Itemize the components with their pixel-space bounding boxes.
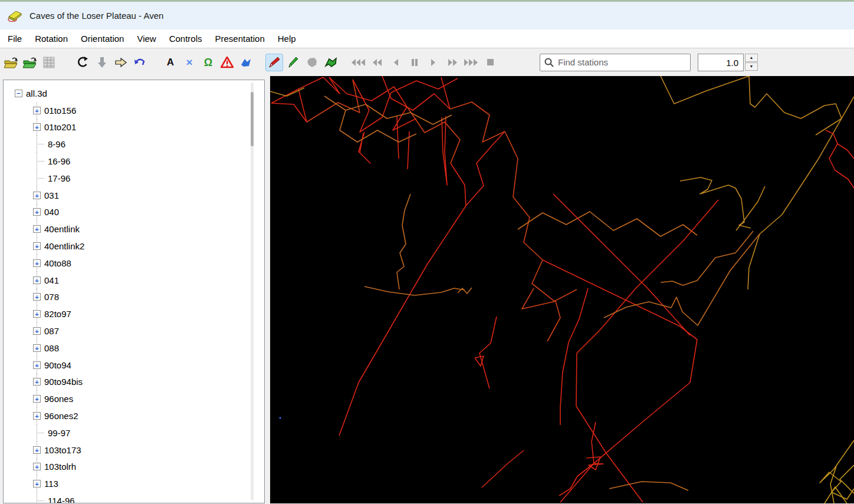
log-grid-icon: [43, 57, 55, 68]
tree-item-label: 078: [44, 292, 59, 302]
rewind-icon: [372, 58, 382, 67]
elevation-view-button[interactable]: [112, 54, 130, 71]
menu-view[interactable]: View: [130, 31, 162, 47]
survey-canvas[interactable]: [270, 76, 854, 503]
fast-rewind-button[interactable]: [349, 54, 367, 71]
tree-expand-toggle[interactable]: +: [33, 276, 41, 284]
tree-item-16-96[interactable]: 16-96: [4, 153, 264, 170]
tree-item-96ones[interactable]: +96ones: [4, 390, 264, 407]
toggle-rotation-button[interactable]: [74, 54, 92, 71]
open-terrain-folder-icon: [23, 56, 37, 69]
fast-forward-button[interactable]: [444, 54, 461, 71]
tree-item-114-96[interactable]: 114-96: [4, 492, 264, 503]
fastest-forward-button[interactable]: [462, 54, 480, 71]
depth-scale-spinner: 1.0 ▲ ▼: [698, 54, 758, 71]
tree-expand-toggle[interactable]: +: [33, 123, 41, 131]
step-back-button[interactable]: [387, 54, 405, 71]
find-stations-input[interactable]: [558, 57, 687, 67]
tree-item-103tolrh[interactable]: +103tolrh: [4, 459, 264, 476]
tree-item-01to156[interactable]: +01to156: [4, 102, 264, 119]
station-names-button[interactable]: A: [162, 54, 179, 71]
tree-item-078[interactable]: +078: [4, 289, 264, 306]
tree-item-031[interactable]: +031: [4, 187, 264, 204]
surface-legs-button[interactable]: [284, 54, 302, 71]
tree-item-17-96[interactable]: 17-96: [4, 170, 264, 187]
menu-file[interactable]: File: [1, 31, 28, 47]
play-button[interactable]: [425, 54, 442, 71]
tree-item-label: 82to97: [44, 309, 71, 319]
menu-rotation[interactable]: Rotation: [28, 31, 74, 47]
tree-expand-toggle[interactable]: +: [33, 225, 41, 233]
undo-arrow-icon: [134, 57, 146, 68]
tree-scrollbar-thumb[interactable]: [251, 92, 254, 146]
tree-item-040[interactable]: +040: [4, 204, 264, 221]
plan-view-button[interactable]: [93, 54, 111, 71]
panel-splitter[interactable]: [265, 76, 270, 503]
tree-item-041[interactable]: +041: [4, 272, 264, 289]
stop-button[interactable]: [481, 54, 499, 71]
exported-points-button[interactable]: [237, 54, 255, 71]
tree-expand-toggle[interactable]: +: [33, 107, 41, 114]
tree-item-96ones2[interactable]: +96ones2: [4, 407, 264, 424]
tree-collapse-toggle[interactable]: −: [15, 90, 22, 97]
menu-orientation[interactable]: Orientation: [74, 31, 130, 47]
menu-help[interactable]: Help: [271, 31, 303, 47]
tree-expand-toggle[interactable]: +: [33, 361, 41, 369]
tree-item-103to173[interactable]: +103to173: [4, 442, 264, 459]
tree-expand-toggle[interactable]: +: [33, 395, 41, 403]
underground-legs-button[interactable]: [265, 54, 283, 71]
pause-button[interactable]: [406, 54, 423, 71]
entrances-button[interactable]: Ω: [199, 54, 217, 71]
tree-item-99-97[interactable]: 99-97: [4, 424, 264, 442]
tree-expand-toggle[interactable]: +: [33, 446, 41, 454]
tubes-button[interactable]: [303, 54, 321, 71]
tree-expand-toggle[interactable]: +: [33, 293, 41, 301]
tree-item-82to97[interactable]: +82to97: [4, 305, 264, 322]
tree-item-90to94[interactable]: +90to94: [4, 357, 264, 374]
tree-expand-toggle[interactable]: +: [33, 192, 41, 199]
log-window-button[interactable]: [40, 54, 58, 71]
menu-presentation[interactable]: Presentation: [209, 31, 271, 47]
tree-item-label: 114-96: [48, 496, 75, 503]
open-folder-icon: [4, 56, 18, 69]
tree-expand-toggle[interactable]: +: [33, 310, 41, 318]
crosses-button[interactable]: ×: [180, 54, 198, 71]
tree-item-label: 01to201: [44, 122, 76, 132]
tree-expand-toggle[interactable]: +: [33, 463, 41, 470]
tree-expand-toggle[interactable]: +: [33, 344, 41, 352]
tree-connector: [37, 178, 44, 179]
tree-item-90to94bis[interactable]: +90to94bis: [4, 374, 264, 391]
restore-default-view-button[interactable]: [131, 54, 149, 71]
menu-controls[interactable]: Controls: [163, 31, 209, 47]
open-terrain-button[interactable]: [21, 54, 39, 71]
fixed-points-button[interactable]: [218, 54, 236, 71]
rewind-button[interactable]: [368, 54, 386, 71]
tree-item-40entlink[interactable]: +40entlink: [4, 220, 264, 238]
tree-item-label: 17-96: [48, 173, 70, 183]
tree-item-label: 40entlink2: [44, 241, 84, 251]
tree-expand-toggle[interactable]: +: [33, 259, 41, 267]
spinner-down-button[interactable]: ▼: [745, 62, 758, 71]
fast-forward-icon: [448, 58, 458, 67]
depth-scale-value[interactable]: 1.0: [698, 54, 744, 71]
spinner-up-button[interactable]: ▲: [745, 54, 758, 62]
tree-item-113[interactable]: +113: [4, 475, 264, 492]
tree-item-40entlink2[interactable]: +40entlink2: [4, 238, 264, 255]
tree-item-label: 103tolrh: [44, 462, 76, 472]
tree-item-all.3d[interactable]: −all.3d: [4, 85, 264, 102]
tree-item-088[interactable]: +088: [4, 340, 264, 357]
tree-connector: [37, 144, 44, 144]
tree-expand-toggle[interactable]: +: [33, 378, 41, 386]
tubes-icon: [306, 57, 318, 68]
tree-item-01to201[interactable]: +01to201: [4, 119, 264, 136]
tree-expand-toggle[interactable]: +: [33, 412, 41, 420]
tree-expand-toggle[interactable]: +: [33, 327, 41, 335]
tree-item-8-96[interactable]: 8-96: [4, 136, 264, 153]
tree-expand-toggle[interactable]: +: [33, 242, 41, 250]
terrain-button[interactable]: [322, 54, 340, 71]
tree-item-087[interactable]: +087: [4, 322, 264, 340]
tree-expand-toggle[interactable]: +: [33, 480, 41, 487]
tree-expand-toggle[interactable]: +: [33, 208, 41, 216]
tree-item-40to88[interactable]: +40to88: [4, 255, 264, 272]
open-button[interactable]: [2, 54, 20, 71]
